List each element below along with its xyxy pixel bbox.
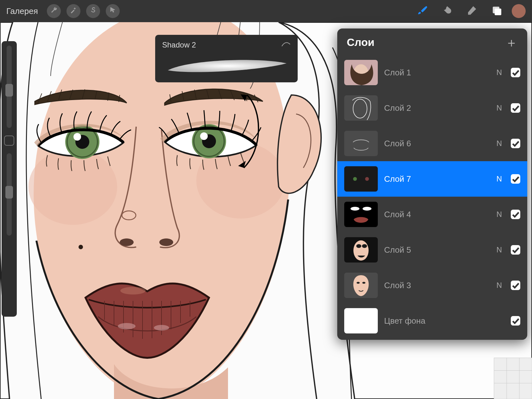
- plus-icon: ＋: [505, 35, 518, 49]
- background-row[interactable]: Цвет фона: [337, 303, 527, 339]
- svg-point-30: [353, 177, 357, 181]
- side-toolbar: [2, 41, 17, 317]
- svg-rect-17: [494, 358, 532, 399]
- svg-rect-23: [495, 9, 501, 15]
- svg-point-15: [154, 325, 169, 331]
- layer-visibility-checkbox[interactable]: [511, 281, 520, 290]
- layer-visibility-checkbox[interactable]: [511, 139, 520, 148]
- layer-visibility-checkbox[interactable]: [511, 245, 520, 255]
- layer-name: Слой 2: [384, 103, 490, 113]
- selection-s-icon: [89, 6, 97, 16]
- svg-rect-28: [344, 131, 378, 156]
- layer-thumbnail: [344, 166, 378, 192]
- layer-name: Слой 5: [384, 245, 490, 255]
- layer-visibility-checkbox[interactable]: [511, 68, 520, 77]
- transform-button[interactable]: [106, 4, 120, 18]
- layer-blend-mode[interactable]: N: [497, 139, 502, 148]
- layer-name: Слой 6: [384, 139, 490, 149]
- layer-thumbnail: [344, 60, 378, 85]
- brush-icon: [417, 5, 428, 17]
- layer-visibility-checkbox[interactable]: [511, 174, 520, 184]
- smudge-tool[interactable]: [438, 5, 457, 17]
- redo-button[interactable]: [4, 302, 14, 312]
- layers-button[interactable]: [487, 5, 506, 17]
- layer-row[interactable]: Слой 3N: [337, 268, 527, 303]
- top-toolbar: Галерея: [0, 0, 532, 22]
- layer-thumbnail: [344, 237, 378, 263]
- layer-row[interactable]: Слой 5N: [337, 232, 527, 268]
- svg-point-38: [357, 282, 360, 284]
- color-swatch[interactable]: [512, 4, 526, 18]
- svg-point-13: [79, 245, 83, 249]
- layer-blend-mode[interactable]: N: [497, 245, 502, 254]
- cursor-icon: [109, 6, 117, 16]
- layer-visibility-checkbox[interactable]: [511, 210, 520, 219]
- eraser-tool[interactable]: [462, 5, 481, 17]
- layer-thumbnail: [344, 95, 378, 121]
- smudge-icon: [441, 5, 453, 17]
- layer-row[interactable]: Слой 7N: [337, 161, 527, 197]
- svg-point-4: [159, 238, 173, 246]
- layer-blend-mode[interactable]: N: [497, 68, 502, 77]
- svg-rect-32: [344, 202, 378, 227]
- svg-point-1: [28, 149, 117, 225]
- svg-point-34: [363, 207, 371, 211]
- actions-button[interactable]: [47, 4, 61, 18]
- layer-name: Слой 3: [384, 281, 490, 290]
- brush-preview-popup: Shadow 2: [155, 35, 298, 82]
- adjustments-button[interactable]: [66, 4, 80, 18]
- layer-row[interactable]: Слой 2N: [337, 90, 527, 126]
- brush-name: Shadow 2: [162, 41, 196, 49]
- svg-point-14: [118, 323, 136, 329]
- layer-thumbnail: [344, 273, 378, 298]
- layer-row[interactable]: Слой 6N: [337, 126, 527, 161]
- svg-point-3: [120, 238, 134, 246]
- layer-blend-mode[interactable]: N: [497, 174, 502, 183]
- svg-point-39: [362, 282, 365, 284]
- svg-point-12: [200, 132, 208, 140]
- layer-visibility-checkbox[interactable]: [511, 103, 520, 113]
- brush-stroke-tip-icon: [281, 41, 291, 49]
- layer-blend-mode[interactable]: N: [497, 104, 502, 112]
- layer-thumbnail: [344, 131, 378, 156]
- layer-name: Слой 7: [384, 174, 490, 184]
- svg-point-16: [120, 287, 146, 294]
- layers-panel: Слои ＋ Слой 1NСлой 2NСлой 6NСлой 7NСлой …: [337, 28, 527, 340]
- svg-point-33: [351, 207, 359, 211]
- layer-row[interactable]: Слой 1N: [337, 55, 527, 90]
- layer-thumbnail: [344, 202, 378, 227]
- brush-size-slider[interactable]: [7, 46, 12, 128]
- svg-rect-29: [344, 166, 378, 192]
- brush-tool[interactable]: [413, 5, 432, 17]
- modify-button[interactable]: [4, 136, 14, 146]
- layer-row[interactable]: Слой 4N: [337, 197, 527, 232]
- selection-button[interactable]: [86, 4, 100, 18]
- undo-button[interactable]: [4, 286, 14, 296]
- layers-title: Слои: [347, 36, 374, 48]
- brush-stroke-preview: [162, 54, 291, 76]
- background-label: Цвет фона: [384, 316, 504, 326]
- brush-opacity-slider[interactable]: [7, 153, 12, 236]
- layer-name: Слой 1: [384, 68, 490, 78]
- wrench-icon: [50, 6, 58, 16]
- layer-name: Слой 4: [384, 210, 490, 219]
- svg-point-31: [365, 177, 369, 181]
- eraser-icon: [466, 5, 478, 17]
- layer-blend-mode[interactable]: N: [497, 210, 502, 219]
- svg-point-36: [353, 240, 369, 261]
- svg-point-8: [73, 133, 81, 141]
- layer-blend-mode[interactable]: N: [497, 281, 502, 290]
- background-visibility-checkbox[interactable]: [511, 316, 520, 326]
- background-thumb: [344, 308, 378, 333]
- layers-icon: [491, 5, 502, 17]
- wand-icon: [70, 6, 77, 16]
- gallery-button[interactable]: Галерея: [6, 6, 38, 16]
